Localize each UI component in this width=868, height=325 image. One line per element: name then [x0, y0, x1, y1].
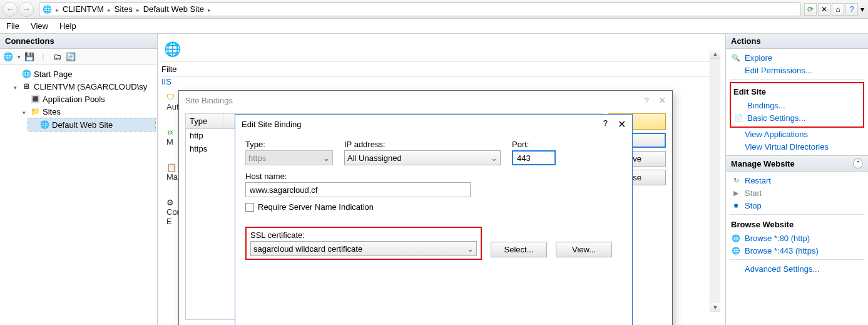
chevron-right-icon	[207, 4, 212, 14]
stop-icon[interactable]: ✕	[818, 3, 830, 16]
tree-label: Start Page	[34, 70, 72, 79]
help-icon[interactable]: ?	[645, 96, 649, 105]
breadcrumb-item[interactable]: Default Web Site	[143, 4, 204, 14]
settings-icon: 📄	[733, 113, 743, 123]
scroll-up-icon[interactable]: ▲	[710, 49, 720, 59]
view-cert-button[interactable]: View...	[556, 242, 612, 257]
globe-icon	[163, 40, 181, 59]
refresh-icon[interactable]: 🔄	[65, 51, 76, 63]
tree-label: Default Web Site	[52, 120, 113, 130]
sni-label: Require Server Name Indication	[258, 202, 374, 212]
browse-website-heading: Browse Website	[730, 217, 864, 232]
sni-checkbox[interactable]	[245, 203, 254, 212]
ssl-label: SSL certificate:	[250, 230, 305, 240]
chevron-down-icon	[467, 244, 474, 254]
address-bar: ← → CLIENTVM Sites Default Web Site ⟳ ✕ …	[0, 0, 868, 19]
globe-icon	[42, 4, 52, 14]
ip-select[interactable]: All Unassigned	[344, 150, 501, 165]
type-label: Type:	[245, 140, 333, 149]
play-icon: ▶	[731, 188, 741, 198]
action-stop[interactable]: ■Stop	[730, 199, 864, 212]
action-edit-permissions[interactable]: Edit Permissions...	[730, 64, 864, 76]
tree-label: Application Pools	[43, 95, 105, 104]
actions-header: Actions	[726, 34, 868, 49]
port-input[interactable]	[512, 150, 556, 165]
action-explore[interactable]: 🔍Explore	[730, 51, 864, 64]
close-icon[interactable]: ✕	[659, 96, 666, 105]
action-browse-https[interactable]: 🌐Browse *:443 (https)	[730, 244, 864, 257]
ip-label: IP address:	[344, 140, 501, 149]
select-cert-button[interactable]: Select...	[491, 242, 547, 257]
edit-site-heading: Edit Site	[732, 85, 862, 99]
chevron-right-icon	[54, 4, 60, 14]
group-iis[interactable]: IIS	[161, 77, 722, 86]
tree-default-web-site[interactable]: Default Web Site	[28, 118, 156, 132]
tree-server-node[interactable]: CLIENTVM (SAGARCLOUD\sy	[10, 80, 156, 93]
folder-icon[interactable]: 🗂	[51, 51, 63, 63]
vertical-scrollbar[interactable]: ▲ ▼	[710, 49, 720, 312]
action-browse-http[interactable]: 🌐Browse *:80 (http)	[730, 232, 864, 244]
toolbar-icons: ⟳ ✕ ⌂ ? ▾	[804, 3, 865, 16]
folder-icon	[30, 106, 40, 116]
action-restart[interactable]: ↻Restart	[730, 174, 864, 187]
connections-header: Connections	[0, 34, 157, 49]
help-icon[interactable]: ?	[845, 3, 858, 16]
dialog-title: Edit Site Binding	[242, 120, 301, 129]
ssl-certificate-select[interactable]: sagarcloud wildcard certificate	[250, 241, 477, 256]
column-type[interactable]: Type	[186, 114, 223, 128]
type-select: https	[245, 150, 333, 165]
browse-icon: 🌐	[731, 233, 741, 243]
app-pools-icon	[30, 94, 40, 104]
actions-panel: Actions 🔍Explore Edit Permissions... Edi…	[725, 34, 868, 325]
breadcrumb-item[interactable]: CLIENTVM	[63, 4, 104, 14]
edit-site-group-highlighted: Edit Site Bindings... 📄Basic Settings...	[730, 82, 864, 128]
stop-icon: ■	[731, 200, 741, 210]
refresh-icon[interactable]: ⟳	[804, 3, 817, 16]
nav-forward-button[interactable]: →	[19, 2, 34, 17]
scroll-down-icon[interactable]: ▼	[710, 302, 720, 312]
collapse-icon[interactable]: ˄	[853, 158, 863, 168]
browse-icon: 🌐	[731, 245, 741, 255]
breadcrumb[interactable]: CLIENTVM Sites Default Web Site	[39, 3, 800, 16]
manage-website-header: Manage Website ˄	[726, 155, 868, 172]
chevron-right-icon	[106, 4, 112, 14]
connections-panel: Connections 🌐▾ 💾 | 🗂 🔄 Start Page CLIENT…	[0, 34, 158, 325]
action-view-applications[interactable]: View Applications	[730, 128, 864, 140]
menu-file[interactable]: File	[6, 21, 19, 31]
dropdown-icon[interactable]: ▾	[859, 3, 865, 16]
tree-start-page[interactable]: Start Page	[10, 68, 156, 80]
action-advanced-settings[interactable]: Advanced Settings...	[730, 262, 864, 275]
manage-website-label: Manage Website	[731, 159, 795, 168]
breadcrumb-item[interactable]: Sites	[115, 4, 133, 14]
port-label: Port:	[512, 140, 562, 149]
action-bindings[interactable]: Bindings...	[732, 99, 862, 111]
tree-label: Sites	[43, 107, 61, 116]
server-icon	[21, 81, 31, 91]
menu-view[interactable]: View	[31, 21, 48, 31]
globe-icon	[21, 69, 31, 79]
host-input[interactable]	[245, 182, 471, 197]
nav-back-button[interactable]: ←	[3, 2, 18, 17]
connect-icon[interactable]: 🌐	[3, 51, 14, 63]
action-basic-settings[interactable]: 📄Basic Settings...	[732, 111, 862, 124]
restart-icon: ↻	[731, 175, 741, 185]
chevron-right-icon	[135, 4, 141, 14]
save-icon[interactable]: 💾	[24, 51, 35, 63]
action-view-vdirs[interactable]: View Virtual Directories	[730, 140, 864, 153]
edit-site-binding-dialog: Edit Site Binding ? ✕ Type: https IP add…	[235, 114, 633, 325]
chevron-down-icon	[323, 153, 330, 163]
home-icon[interactable]: ⌂	[832, 3, 844, 16]
action-start: ▶Start	[730, 187, 864, 199]
connections-tree: Start Page CLIENTVM (SAGARCLOUD\sy Appli…	[0, 65, 157, 134]
site-icon	[39, 120, 49, 130]
close-icon[interactable]: ✕	[618, 118, 626, 130]
menu-help[interactable]: Help	[59, 21, 76, 31]
host-label: Host name:	[245, 172, 622, 181]
tree-label: CLIENTVM (SAGARCLOUD\sy	[34, 82, 147, 91]
chevron-down-icon	[491, 153, 498, 163]
tree-app-pools[interactable]: Application Pools	[19, 93, 156, 105]
tree-sites[interactable]: Sites	[19, 105, 156, 118]
explore-icon: 🔍	[731, 53, 741, 63]
ssl-certificate-group-highlighted: SSL certificate: sagarcloud wildcard cer…	[245, 227, 482, 260]
help-icon[interactable]: ?	[603, 118, 608, 130]
